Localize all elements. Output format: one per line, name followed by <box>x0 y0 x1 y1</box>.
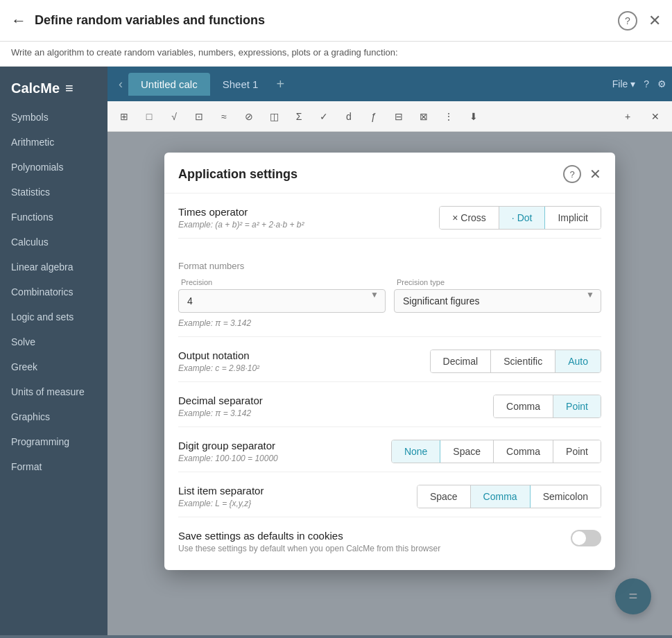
close-button-topbar[interactable]: ✕ <box>648 12 661 30</box>
save-settings-row: Save settings as defaults in cookies Use… <box>178 517 601 556</box>
top-bar-title: Define random variables and functions <box>35 13 618 28</box>
modal-help-button[interactable]: ? <box>563 165 581 183</box>
toolbar-btn-2[interactable]: √ <box>163 105 185 128</box>
output-notation-btn-group: Decimal Scientific Auto <box>430 350 601 373</box>
toolbar-btn-5[interactable]: ⊘ <box>238 105 260 128</box>
precision-type-select[interactable]: Significant figures Decimal places <box>394 289 601 313</box>
sidebar-item-calculus[interactable]: Calculus <box>0 230 107 255</box>
modal-body: Times operator Example: (a + b)² = a² + … <box>164 193 615 570</box>
sidebar-item-polynomials[interactable]: Polynomials <box>0 155 107 180</box>
toolbar-btn-3[interactable]: ⊡ <box>188 105 210 128</box>
toolbar-close-btn[interactable]: ✕ <box>644 105 666 128</box>
toolbar-btn-9[interactable]: d <box>338 105 360 128</box>
toggle-knob <box>572 531 586 545</box>
modal-close-button[interactable]: ✕ <box>589 166 601 182</box>
sidebar-item-functions[interactable]: Functions <box>0 205 107 230</box>
save-settings-label-col: Save settings as defaults in cookies Use… <box>178 530 440 553</box>
digit-group-btn-group: None Space Comma Point <box>391 440 601 463</box>
subtitle-text: Write an algorithm to create random vari… <box>11 47 398 58</box>
tab-bar-right: File ▾ ? ⚙ <box>612 78 666 89</box>
times-cross-button[interactable]: × Cross <box>440 207 499 229</box>
decimal-separator-row: Decimal separator Example: π = 3.142 Com… <box>178 395 601 418</box>
decimal-comma-button[interactable]: Comma <box>494 395 553 417</box>
toolbar-btn-0[interactable]: ⊞ <box>113 105 135 128</box>
list-semicolon-button[interactable]: Semicolon <box>531 485 601 508</box>
settings-icon-tab[interactable]: ⚙ <box>657 78 666 89</box>
digit-group-separator-row: Digit group separator Example: 100·100 =… <box>178 440 601 463</box>
sidebar-item-solve[interactable]: Solve <box>0 329 107 354</box>
toolbar-btn-4[interactable]: ≈ <box>213 105 235 128</box>
output-notation-section: Output notation Example: c = 2.98·10² De… <box>178 337 601 382</box>
sidebar-item-greek[interactable]: Greek <box>0 354 107 379</box>
decimal-separator-btn-group: Comma Point <box>493 395 601 418</box>
sidebar-item-symbols[interactable]: Symbols <box>0 105 107 130</box>
times-dot-button[interactable]: · Dot <box>499 207 546 229</box>
sidebar-item-logic-and-sets[interactable]: Logic and sets <box>0 304 107 329</box>
content-area: ‹ Untitled calc Sheet 1 + File ▾ ? ⚙ ⊞ □… <box>107 67 672 635</box>
precision-label: Precision <box>178 277 386 288</box>
decimal-separator-label-col: Decimal separator Example: π = 3.142 <box>178 395 493 418</box>
sidebar-item-format[interactable]: Format <box>0 454 107 479</box>
save-settings-desc: Use these settings by default when you o… <box>178 544 440 553</box>
toolbar-btn-13[interactable]: ⋮ <box>438 105 460 128</box>
toolbar-btn-12[interactable]: ⊠ <box>413 105 435 128</box>
toolbar-btn-1[interactable]: □ <box>138 105 160 128</box>
sidebar-item-linear-algebra[interactable]: Linear algebra <box>0 255 107 279</box>
list-space-button[interactable]: Space <box>417 485 471 508</box>
notation-auto-button[interactable]: Auto <box>555 350 601 372</box>
format-numbers-section: Format numbers Precision 4 123 567 8910 <box>178 239 601 337</box>
sidebar-item-arithmetic[interactable]: Arithmetic <box>0 130 107 155</box>
precision-select[interactable]: 4 123 567 8910 <box>178 289 386 313</box>
digit-point-button[interactable]: Point <box>553 440 601 463</box>
list-item-separator-row: List item separator Example: L = {x,y,z}… <box>178 485 601 508</box>
toolbar-right: + ✕ <box>617 105 666 128</box>
toolbar-btn-7[interactable]: Σ <box>288 105 310 128</box>
notation-scientific-button[interactable]: Scientific <box>491 350 555 372</box>
list-item-btn-group: Space Comma Semicolon <box>417 485 601 508</box>
toolbar-btn-6[interactable]: ◫ <box>263 105 285 128</box>
decimal-point-button[interactable]: Point <box>553 395 601 417</box>
list-item-separator-label: List item separator <box>178 485 417 497</box>
precision-dropdown-wrapper: Precision 4 123 567 8910 ▼ <box>178 277 386 313</box>
sheet-area: Application settings ? ✕ Times oper <box>107 132 672 635</box>
times-operator-example: Example: (a + b)² = a² + 2·a·b + b² <box>178 220 439 230</box>
times-implicit-button[interactable]: Implicit <box>545 207 601 229</box>
tab-sheet-1[interactable]: Sheet 1 <box>210 73 271 96</box>
file-menu[interactable]: File ▾ <box>612 78 635 89</box>
output-notation-example: Example: c = 2.98·10² <box>178 363 430 373</box>
times-operator-row: Times operator Example: (a + b)² = a² + … <box>178 206 601 230</box>
notation-decimal-button[interactable]: Decimal <box>431 350 492 372</box>
toolbar-btn-8[interactable]: ✓ <box>313 105 335 128</box>
help-icon-tab[interactable]: ? <box>644 78 649 89</box>
sidebar-logo: CalcMe ≡ <box>0 72 107 105</box>
sidebar-item-statistics[interactable]: Statistics <box>0 180 107 205</box>
toolbar-btn-11[interactable]: ⊟ <box>388 105 410 128</box>
output-notation-label-col: Output notation Example: c = 2.98·10² <box>178 350 430 373</box>
digit-none-button[interactable]: None <box>392 440 440 463</box>
toolbar-add-btn[interactable]: + <box>617 105 639 128</box>
back-button[interactable]: ← <box>11 12 26 30</box>
save-settings-toggle[interactable] <box>571 530 601 546</box>
precision-type-dropdown-wrapper: Precision type Significant figures Decim… <box>394 277 601 313</box>
toolbar-btn-14[interactable]: ⬇ <box>463 105 485 128</box>
sidebar-item-graphics[interactable]: Graphics <box>0 404 107 429</box>
dropdown-row: Precision 4 123 567 8910 ▼ <box>178 277 601 313</box>
output-notation-label: Output notation <box>178 350 430 361</box>
toolbar-btn-10[interactable]: ƒ <box>363 105 385 128</box>
top-bar-icons: ? ✕ <box>618 11 661 31</box>
modal-overlay: Application settings ? ✕ Times oper <box>107 132 672 635</box>
help-icon-topbar[interactable]: ? <box>618 11 637 31</box>
tab-collapse-icon[interactable]: ‹ <box>113 74 128 94</box>
digit-space-button[interactable]: Space <box>440 440 494 463</box>
toolbar: ⊞ □ √ ⊡ ≈ ⊘ ◫ Σ ✓ d ƒ ⊟ ⊠ ⋮ ⬇ + ✕ <box>107 101 672 132</box>
sidebar-item-units-of-measure[interactable]: Units of measure <box>0 379 107 404</box>
output-notation-row: Output notation Example: c = 2.98·10² De… <box>178 350 601 373</box>
sidebar-item-programming[interactable]: Programming <box>0 429 107 454</box>
tab-untitled-calc[interactable]: Untitled calc <box>128 73 210 96</box>
digit-group-separator-label: Digit group separator <box>178 440 391 451</box>
modal-header: Application settings ? ✕ <box>164 153 615 193</box>
list-comma-button[interactable]: Comma <box>471 485 531 508</box>
digit-comma-button[interactable]: Comma <box>494 440 553 463</box>
sidebar-item-combinatorics[interactable]: Combinatorics <box>0 279 107 304</box>
tab-add-button[interactable]: + <box>270 74 290 95</box>
